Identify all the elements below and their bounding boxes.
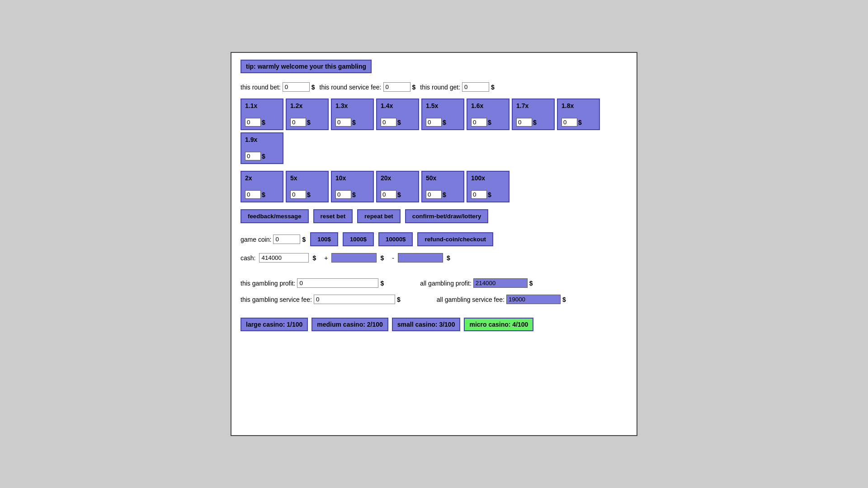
tip-text: tip: warmly welcome your this gambling — [246, 63, 366, 70]
cash-add-input[interactable] — [331, 253, 377, 263]
this-gambling-service-fee-input[interactable] — [314, 295, 395, 304]
multiplier-cell-50x: 50x $ — [421, 171, 464, 202]
game-coin-input[interactable] — [273, 235, 300, 244]
multiplier-label: 1.1x — [245, 102, 279, 109]
multiplier-input[interactable] — [516, 118, 532, 127]
multiplier-cell-1.4x: 1.4x $ — [376, 99, 419, 130]
cash-row: cash: $ + $ - $ — [241, 253, 627, 263]
multiplier-dollar: $ — [352, 119, 356, 126]
multiplier-value-row: $ — [381, 118, 415, 127]
multiplier-cell-1.7x: 1.7x $ — [512, 99, 555, 130]
cash-input[interactable] — [259, 253, 309, 263]
multiplier-input[interactable] — [290, 118, 306, 127]
this-gambling-profit-input[interactable] — [297, 278, 378, 288]
round-bet-label: this round bet: — [241, 84, 281, 91]
all-gambling-service-fee-group: all gambling service fee: $ — [437, 295, 566, 304]
multiplier-dollar: $ — [488, 191, 491, 198]
round-get-label: this round get: — [420, 84, 460, 91]
multiplier-input[interactable] — [561, 118, 577, 127]
this-gambling-service-fee-group: this gambling service fee: $ — [241, 295, 401, 304]
multiplier-value-row: $ — [471, 118, 505, 127]
all-gambling-service-fee-label: all gambling service fee: — [437, 296, 505, 303]
cash-subtract-dollar: $ — [447, 254, 450, 262]
cash-subtract-input[interactable] — [398, 253, 443, 263]
multiplier-label: 1.7x — [516, 102, 550, 109]
multiplier-cell-1.8x: 1.8x $ — [557, 99, 600, 130]
multiplier-dollar: $ — [307, 119, 311, 126]
tip-bar: tip: warmly welcome your this gambling — [241, 60, 372, 73]
multiplier-label: 1.5x — [426, 102, 460, 109]
casino-badge-1: medium casino: 2/100 — [311, 318, 388, 331]
multiplier-input[interactable] — [471, 190, 487, 199]
round-get-dollar: $ — [491, 84, 495, 91]
plus-sign: + — [324, 254, 328, 262]
multiplier-value-row: $ — [335, 118, 369, 127]
multiplier-input[interactable] — [245, 118, 261, 127]
multiplier-label: 5x — [290, 174, 324, 182]
multiplier-dollar: $ — [262, 191, 265, 198]
action-buttons-row: feedback/message reset bet repeat bet co… — [241, 209, 627, 223]
multiplier-input[interactable] — [290, 190, 306, 199]
multiplier-cell-20x: 20x $ — [376, 171, 419, 202]
repeat-bet-button[interactable]: repeat bet — [357, 209, 401, 223]
multiplier-value-row: $ — [245, 190, 279, 199]
service-fee-section: this gambling service fee: $ all gamblin… — [241, 295, 627, 304]
all-gambling-profit-input[interactable] — [473, 278, 528, 288]
multiplier-dollar: $ — [443, 119, 446, 126]
cash-label: cash: — [241, 254, 255, 262]
multiplier-input[interactable] — [426, 190, 442, 199]
multiplier-cell-1.5x: 1.5x $ — [421, 99, 464, 130]
round-get-group: this round get: $ — [420, 82, 495, 92]
this-gambling-service-fee-label: this gambling service fee: — [241, 296, 312, 303]
multiplier-input[interactable] — [245, 152, 261, 160]
multiplier-value-row: $ — [516, 118, 550, 127]
multiplier-input[interactable] — [381, 118, 396, 127]
feedback-button[interactable]: feedback/message — [241, 209, 309, 223]
multiplier-dollar: $ — [488, 119, 491, 126]
multiplier-input[interactable] — [245, 190, 261, 199]
coin-1000-button[interactable]: 1000$ — [343, 232, 374, 246]
multiplier-dollar: $ — [397, 191, 401, 198]
multiplier-input[interactable] — [381, 190, 396, 199]
multiplier-value-row: $ — [561, 118, 595, 127]
minus-sign: - — [392, 254, 394, 262]
multiplier-input[interactable] — [335, 118, 351, 127]
multiplier-dollar: $ — [443, 191, 446, 198]
casino-badge-2: small casino: 3/100 — [392, 318, 461, 331]
game-coin-dollar: $ — [302, 236, 306, 243]
all-gambling-profit-label: all gambling profit: — [420, 280, 472, 287]
refund-button[interactable]: refund-coin/checkout — [417, 232, 493, 246]
round-service-fee-group: this round service fee: $ — [320, 82, 416, 92]
round-get-input[interactable] — [462, 82, 489, 92]
this-profit-dollar: $ — [380, 280, 384, 287]
cash-dollar: $ — [312, 254, 316, 262]
multiplier-label: 1.6x — [471, 102, 505, 109]
all-gambling-service-fee-input[interactable] — [506, 295, 561, 304]
multiplier-label: 1.8x — [561, 102, 595, 109]
this-gambling-profit-group: this gambling profit: $ — [241, 278, 384, 288]
round-service-fee-input[interactable] — [383, 82, 410, 92]
multiplier-label: 20x — [381, 174, 415, 182]
coin-10000-button[interactable]: 10000$ — [378, 232, 413, 246]
round-bet-group: this round bet: $ — [241, 82, 315, 92]
multiplier-label: 1.2x — [290, 102, 324, 109]
multiplier-cell-5x: 5x $ — [286, 171, 329, 202]
round-bet-input[interactable] — [283, 82, 310, 92]
coin-100-button[interactable]: 100$ — [310, 232, 338, 246]
multiplier-input[interactable] — [426, 118, 442, 127]
multiplier-cell-1.3x: 1.3x $ — [331, 99, 374, 130]
multiplier-label: 100x — [471, 174, 505, 182]
this-service-fee-dollar: $ — [397, 296, 401, 303]
multiplier-value-row: $ — [290, 190, 324, 199]
multiplier-label: 1.9x — [245, 136, 279, 143]
game-coin-group: game coin: $ — [241, 235, 306, 244]
multiplier-input[interactable] — [471, 118, 487, 127]
round-service-fee-dollar: $ — [412, 84, 416, 91]
confirm-bet-button[interactable]: confirm-bet/draw/lottery — [405, 209, 489, 223]
multiplier-value-row: $ — [426, 190, 460, 199]
multiplier-dollar: $ — [262, 119, 265, 126]
main-container: tip: warmly welcome your this gambling t… — [231, 52, 637, 436]
multiplier-input[interactable] — [335, 190, 351, 199]
multiplier-cell-2x: 2x $ — [241, 171, 283, 202]
reset-bet-button[interactable]: reset bet — [313, 209, 353, 223]
